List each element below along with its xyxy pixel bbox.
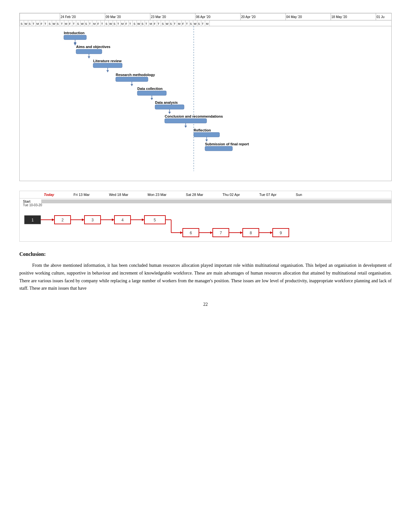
gantt-chart: 24 Feb '20 09 Mar '20 23 Mar '20 06 Apr … (19, 13, 392, 181)
svg-text:W: W (194, 22, 197, 25)
svg-marker-162 (142, 218, 144, 221)
svg-text:W: W (166, 22, 169, 25)
svg-marker-168 (180, 231, 183, 234)
svg-marker-180 (270, 231, 273, 234)
svg-text:8: 8 (250, 231, 252, 235)
svg-marker-139 (74, 42, 76, 44)
svg-marker-172 (210, 231, 213, 234)
svg-text:Introduction: Introduction (64, 31, 84, 35)
svg-rect-135 (194, 132, 220, 137)
svg-text:Literature review: Literature review (93, 59, 122, 63)
svg-rect-114 (64, 35, 86, 40)
timeline-date-3: Mon 23 Mar (148, 193, 167, 197)
svg-text:S: S (29, 22, 31, 25)
svg-text:Data collection: Data collection (137, 87, 163, 91)
svg-text:7: 7 (220, 231, 222, 235)
svg-text:F: F (69, 22, 71, 25)
gantt-svg: 24 Feb '20 09 Mar '20 23 Mar '20 06 Apr … (20, 13, 392, 181)
start-bar (41, 199, 391, 203)
svg-text:S: S (113, 22, 115, 25)
svg-text:01 Ju: 01 Ju (377, 15, 384, 19)
start-date: Tue 10-03-20 (20, 203, 391, 208)
svg-text:T: T (202, 22, 204, 25)
svg-marker-176 (240, 231, 243, 234)
svg-text:20 Apr '20: 20 Apr '20 (241, 15, 256, 19)
svg-text:M: M (206, 22, 209, 25)
svg-marker-142 (131, 84, 133, 86)
svg-text:18 May '20: 18 May '20 (331, 15, 347, 19)
svg-text:S: S (133, 22, 135, 25)
svg-text:S: S (49, 22, 51, 25)
svg-text:T: T (101, 22, 103, 25)
svg-text:F: F (154, 22, 156, 25)
svg-rect-132 (165, 119, 207, 123)
svg-text:T: T (129, 22, 131, 25)
svg-marker-143 (151, 98, 153, 100)
svg-text:23 Mar '20: 23 Mar '20 (151, 15, 166, 19)
timeline-date-7: Sun (296, 193, 302, 197)
svg-rect-117 (76, 49, 102, 54)
svg-text:3: 3 (92, 218, 94, 222)
svg-text:S: S (198, 22, 200, 25)
svg-text:F: F (182, 22, 184, 25)
svg-marker-141 (106, 70, 109, 72)
svg-text:M: M (93, 22, 96, 25)
svg-text:S: S (21, 22, 23, 25)
svg-text:W: W (24, 22, 27, 25)
timeline-date-1: Fri 13 Mar (73, 193, 90, 197)
svg-text:M: M (65, 22, 67, 25)
conclusion-section: Conclusion: From the above mentioned inf… (19, 251, 392, 292)
svg-text:T: T (174, 22, 176, 25)
network-diagram: 1 2 3 4 5 (20, 208, 391, 241)
conclusion-paragraph: From the above mentioned information, it… (19, 262, 392, 292)
svg-text:M: M (150, 22, 152, 25)
svg-text:F: F (125, 22, 127, 25)
svg-text:Research methodology: Research methodology (116, 73, 155, 77)
svg-marker-145 (184, 126, 187, 128)
timeline-date-5: Thu 02 Apr (222, 193, 240, 197)
svg-marker-140 (88, 56, 90, 58)
svg-text:T: T (73, 22, 75, 25)
svg-marker-154 (82, 218, 84, 221)
svg-text:S: S (142, 22, 143, 25)
svg-text:W: W (137, 22, 140, 25)
svg-text:S: S (105, 22, 107, 25)
svg-text:4: 4 (122, 218, 124, 222)
svg-text:04 May '20: 04 May '20 (286, 15, 302, 19)
svg-text:Data analysis: Data analysis (155, 101, 178, 104)
svg-text:2: 2 (62, 218, 64, 222)
svg-marker-158 (112, 218, 114, 221)
svg-text:T: T (33, 22, 34, 25)
today-marker: Today (44, 193, 54, 197)
timeline-date-4: Sat 28 Mar (186, 193, 203, 197)
svg-text:Submission of final report: Submission of final report (205, 142, 249, 146)
svg-text:S: S (170, 22, 172, 25)
start-label: Start (23, 199, 41, 203)
svg-text:F: F (97, 22, 99, 25)
svg-text:S: S (190, 22, 192, 25)
timeline-date-6: Tue 07 Apr (259, 193, 276, 197)
svg-text:M: M (121, 22, 124, 25)
svg-text:T: T (44, 22, 46, 25)
svg-rect-126 (137, 91, 166, 95)
conclusion-title: Conclusion: (19, 251, 392, 257)
svg-text:9: 9 (280, 231, 282, 235)
network-svg: 1 2 3 4 5 (23, 211, 387, 241)
svg-text:06 Apr '20: 06 Apr '20 (196, 15, 210, 19)
svg-text:Conclusion and recommendations: Conclusion and recommendations (165, 114, 223, 118)
svg-text:T: T (89, 22, 91, 25)
svg-text:T: T (117, 22, 119, 25)
svg-text:W: W (81, 22, 84, 25)
svg-text:09 Mar '20: 09 Mar '20 (106, 15, 121, 19)
svg-text:S: S (57, 22, 59, 25)
svg-marker-146 (205, 140, 208, 141)
svg-text:S: S (77, 22, 79, 25)
svg-text:M: M (36, 22, 39, 25)
svg-marker-150 (52, 218, 54, 221)
svg-text:S: S (162, 22, 164, 25)
svg-rect-120 (93, 63, 122, 68)
svg-text:T: T (61, 22, 63, 25)
svg-text:1: 1 (32, 218, 34, 222)
svg-text:S: S (85, 22, 87, 25)
timeline-section: Today Fri 13 Mar Wed 18 Mar Mon 23 Mar S… (19, 191, 392, 242)
